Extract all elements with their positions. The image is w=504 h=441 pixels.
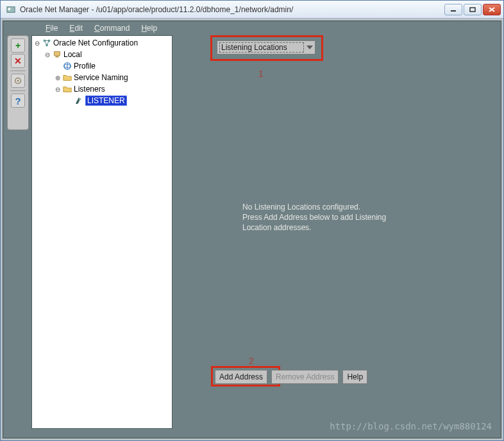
tree-root-label: Oracle Net Configuration — [53, 38, 138, 47]
menu-file[interactable]: File — [40, 22, 63, 34]
test-button[interactable] — [11, 74, 25, 88]
tree-listener-item[interactable]: LISTENER — [33, 95, 171, 106]
listener-icon — [74, 96, 84, 106]
globe-icon — [62, 61, 72, 71]
status-line-1: No Listening Locations configured. — [242, 202, 386, 212]
maximize-button[interactable] — [464, 4, 482, 15]
minimize-button[interactable] — [444, 4, 462, 15]
annotation-label-1: 1 — [258, 69, 264, 79]
annotation-label-2: 2 — [249, 356, 254, 366]
server-icon — [52, 49, 62, 60]
add-address-wrap: Add Address — [211, 369, 271, 385]
tree-service-naming[interactable]: ⊕ Service Naming — [33, 72, 171, 83]
delete-button[interactable]: ✕ — [11, 54, 25, 68]
tree-service-naming-label: Service Naming — [74, 73, 128, 82]
detail-panel: Listening Locations 1 No Listening Locat… — [175, 35, 501, 438]
svg-point-7 — [17, 80, 19, 82]
expand-icon[interactable]: ⊖ — [33, 40, 41, 47]
bottom-buttons: Add Address Remove Address Help — [211, 369, 367, 385]
help-button[interactable]: ? — [11, 94, 25, 108]
status-line-3: Location addresses. — [242, 222, 386, 233]
tree-root[interactable]: ⊖ Oracle Net Configuration — [33, 37, 171, 49]
status-line-2: Press Add Address below to add Listening — [242, 212, 386, 222]
expand-icon[interactable]: ⊖ — [54, 86, 62, 93]
client-area: File Edit Command Help + ✕ ? — [3, 21, 501, 438]
folder-icon — [62, 72, 72, 83]
main-window: Oracle Net Manager - /u01/app/oracle/pro… — [0, 0, 504, 441]
window-controls — [444, 4, 501, 15]
remove-address-button: Remove Address — [271, 370, 339, 384]
network-icon — [42, 38, 52, 48]
tree-listeners[interactable]: ⊖ Listeners — [33, 83, 171, 95]
dropdown-selected: Listening Locations — [219, 42, 304, 53]
close-button[interactable] — [483, 4, 501, 15]
chevron-down-icon — [307, 46, 313, 49]
app-icon — [6, 4, 16, 15]
svg-line-13 — [47, 41, 49, 46]
tree-profile[interactable]: Profile — [33, 60, 171, 72]
toolbar-separator-2 — [10, 90, 26, 91]
expand-icon[interactable]: ⊖ — [44, 51, 51, 58]
help-detail-button[interactable]: Help — [342, 370, 367, 384]
config-tree[interactable]: ⊖ Oracle Net Configuration ⊖ Local — [32, 36, 172, 108]
tree-listeners-label: Listeners — [74, 85, 105, 94]
inner-frame: File Edit Command Help + ✕ ? — [1, 19, 503, 440]
window-title: Oracle Net Manager - /u01/app/oracle/pro… — [20, 5, 444, 14]
tree-panel: ⊖ Oracle Net Configuration ⊖ Local — [31, 35, 172, 429]
expand-icon[interactable]: ⊕ — [54, 74, 62, 81]
status-text: No Listening Locations configured. Press… — [242, 202, 386, 233]
tree-profile-label: Profile — [74, 62, 96, 71]
add-address-button[interactable]: Add Address — [215, 370, 267, 384]
toolbar-separator — [10, 71, 26, 71]
menu-command[interactable]: Command — [89, 22, 135, 34]
folder-icon — [62, 84, 72, 94]
svg-rect-1 — [8, 8, 11, 10]
menu-edit[interactable]: Edit — [64, 22, 88, 34]
svg-point-19 — [79, 98, 81, 101]
body-row: + ✕ ? ⊖ — [3, 35, 501, 438]
tree-local[interactable]: ⊖ Local — [33, 49, 171, 60]
section-dropdown[interactable]: Listening Locations — [217, 40, 315, 54]
menubar: File Edit Command Help — [3, 21, 501, 35]
tree-local-label: Local — [63, 50, 82, 59]
svg-rect-15 — [55, 56, 58, 58]
vertical-toolbar: + ✕ ? — [7, 35, 29, 130]
svg-rect-3 — [470, 8, 475, 12]
tree-listener-item-label: LISTENER — [85, 96, 127, 106]
watermark: http://blog.csdn.net/wym880124 — [330, 421, 492, 431]
svg-line-12 — [45, 41, 47, 46]
add-button[interactable]: + — [11, 38, 25, 53]
section-selector-wrap: Listening Locations — [217, 40, 315, 54]
titlebar: Oracle Net Manager - /u01/app/oracle/pro… — [1, 1, 503, 19]
svg-rect-14 — [55, 52, 60, 56]
menu-help[interactable]: Help — [136, 22, 162, 34]
